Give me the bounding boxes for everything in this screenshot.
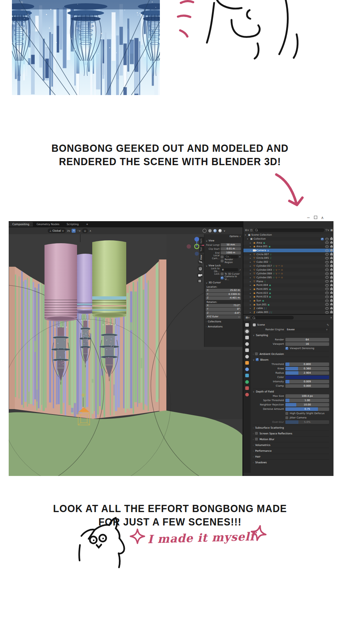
axis-field[interactable]: Z-4.401 m — [206, 296, 241, 300]
cursor-panel-header[interactable]: ∨3D Cursor — [206, 280, 241, 285]
filter-funnel-icon[interactable]: ▽∨ — [326, 229, 330, 232]
editor-type-icon[interactable]: ☰∨ — [245, 229, 249, 232]
outliner-item-circle.045[interactable]: ▸▽Circle.045▽ — [243, 256, 333, 260]
sampling-render-field[interactable]: 64 — [285, 338, 329, 342]
editor-type-icon[interactable]: ▤∨ — [246, 316, 250, 319]
jitter-camera-checkbox[interactable] — [285, 416, 288, 419]
outliner-item-point.005[interactable]: ▸◉Point.005▣ — [243, 287, 333, 291]
camera-to-view-row[interactable]: Camera to Vi... — [206, 276, 241, 280]
outliner-item-sun[interactable]: ▸◉Sun▣ — [243, 299, 333, 303]
axis-field[interactable]: Y0.3309 m — [206, 293, 241, 296]
eye-icon[interactable] — [325, 280, 329, 283]
outliner-item-scene-collection[interactable]: ▾▦Scene Collection — [243, 233, 333, 237]
viewport-denoising-checkbox[interactable] — [285, 347, 288, 350]
render-camera-icon[interactable] — [330, 296, 333, 298]
render-camera-icon[interactable] — [330, 276, 333, 279]
outliner-item-cylinder.017[interactable]: ▸▽Cylinder.017▽▽◠☉ — [243, 264, 333, 268]
panel-header-performance[interactable]: › Performance — [253, 448, 329, 453]
value-slider[interactable]: 1.00 — [285, 399, 329, 402]
jitter-camera-row[interactable]: Jitter Camera — [253, 416, 329, 420]
panel-checkbox[interactable] — [255, 438, 258, 441]
proportional-editing-icon[interactable]: ◎ — [82, 228, 88, 233]
eye-icon[interactable] — [325, 238, 329, 240]
eye-icon[interactable] — [325, 245, 329, 248]
render-camera-icon[interactable] — [330, 242, 333, 244]
panel-header-shadows[interactable]: › Shadows — [253, 459, 329, 465]
eye-icon[interactable] — [325, 241, 329, 244]
snap-target-dropdown[interactable]: ∷∨ — [77, 229, 81, 232]
outliner-item-cylinder.095[interactable]: ▸▽Cylinder.095▽▽◠☉ — [243, 276, 333, 280]
eye-icon[interactable] — [325, 276, 329, 279]
hq-defocus-row[interactable]: High Quality Slight Defocus — [253, 411, 329, 416]
workspace-tab-+[interactable]: + — [82, 222, 92, 227]
overblur-slider[interactable]: 5.0% — [285, 420, 329, 424]
render-camera-icon[interactable] — [330, 288, 333, 290]
outliner-item-cable[interactable]: ▸ʃcableʃʃ — [243, 306, 333, 310]
eye-icon[interactable] — [325, 292, 329, 294]
eye-icon[interactable] — [325, 300, 329, 302]
outliner-item-point.004[interactable]: ▸◉Point.004▣ — [243, 283, 333, 287]
panel-header-volumetrics[interactable]: › Volumetrics — [253, 442, 329, 447]
to-3d-cursor-checkbox[interactable] — [221, 272, 224, 275]
close-button[interactable]: ∧ — [321, 215, 324, 220]
camera-to-view-checkbox[interactable] — [221, 276, 224, 279]
solid-shading-icon[interactable] — [208, 229, 212, 232]
workspace-tab-scripting[interactable]: Scripting — [63, 222, 82, 227]
render-camera-icon[interactable] — [330, 261, 333, 263]
snap-magnet-icon[interactable]: ∩ — [72, 229, 76, 233]
eye-icon[interactable] — [325, 265, 329, 267]
bloom-panel-header[interactable]: ∨ Bloom — [253, 357, 329, 362]
render-camera-icon[interactable] — [330, 311, 333, 313]
axis-field[interactable]: X73.2° — [206, 304, 241, 308]
eye-icon[interactable] — [325, 307, 329, 310]
dof-panel-header[interactable]: ∨Depth of Field — [253, 388, 329, 394]
eye-icon[interactable] — [325, 257, 329, 259]
sampling-panel-header[interactable]: ∨Sampling — [253, 332, 329, 338]
viewport-denoising-row[interactable]: Viewport Denoising — [253, 346, 329, 351]
value-field[interactable]: 1000 m — [221, 251, 241, 254]
npanel-tab-view[interactable]: View — [199, 253, 204, 261]
render-camera-icon[interactable] — [330, 284, 333, 287]
euler-mode-dropdown[interactable]: XYZ Euler∨ — [206, 315, 241, 319]
panel-header-screen-space-reflections[interactable]: › Screen Space Reflections — [253, 430, 329, 436]
value-slider[interactable]: 0.360 — [285, 367, 329, 370]
hq-defocus-checkbox[interactable] — [285, 412, 288, 415]
value-slider[interactable]: 0.800 — [285, 362, 329, 366]
properties-tab-modifiers[interactable] — [245, 368, 249, 371]
outliner-item-point.023[interactable]: ▸◉Point.023▣ — [243, 295, 333, 299]
outliner-item-circle.007[interactable]: ▸▽Circle.007▽ — [243, 252, 333, 256]
minimize-button[interactable]: − — [307, 215, 310, 220]
render-camera-icon[interactable] — [330, 253, 333, 256]
render-camera-icon[interactable] — [330, 257, 333, 259]
value-slider[interactable] — [285, 375, 329, 379]
render-camera-icon[interactable] — [330, 238, 333, 240]
outliner-item-point.022[interactable]: ▸◉Point.022▣ — [243, 291, 333, 295]
collection-checkbox[interactable] — [321, 238, 324, 240]
ambient-occlusion-checkbox[interactable] — [255, 352, 258, 355]
value-slider[interactable]: 100.4 px — [285, 394, 329, 398]
value-slider[interactable]: 0.009 — [285, 380, 329, 383]
rendered-shading-icon[interactable] — [218, 229, 222, 232]
sampling-viewport-field[interactable]: 16 — [285, 342, 329, 346]
outliner-item-area[interactable]: ▸◉Area▣ — [243, 241, 333, 245]
properties-tab-render[interactable] — [245, 330, 249, 333]
value-field[interactable]: 0.01 m — [221, 247, 241, 250]
npanel-tab-item[interactable]: Item — [199, 237, 204, 245]
properties-tab-physics[interactable] — [245, 380, 249, 384]
properties-tab-scene[interactable] — [245, 348, 249, 352]
eye-icon[interactable] — [325, 261, 329, 263]
render-camera-icon[interactable] — [330, 269, 333, 271]
axis-field[interactable]: Z-0.4° — [206, 312, 241, 315]
view-panel-header[interactable]: ∨View — [206, 239, 241, 243]
properties-tab-view-layer[interactable] — [245, 342, 249, 346]
properties-tab-material[interactable] — [245, 393, 249, 396]
outliner-item-cube.002[interactable]: ▸▽Cube.002▽ — [243, 260, 333, 264]
properties-tab-constraints[interactable] — [245, 386, 249, 390]
properties-tab-tool[interactable] — [245, 323, 249, 327]
properties-search-input[interactable] — [251, 316, 294, 319]
panel-header-motion-blur[interactable]: › Motion Blur — [253, 436, 329, 442]
properties-tab-world[interactable] — [245, 355, 249, 359]
render-camera-icon[interactable] — [330, 272, 333, 275]
render-engine-dropdown[interactable]: Eevee ∨ — [285, 328, 329, 331]
panel-header-hair[interactable]: › Hair — [253, 454, 329, 459]
